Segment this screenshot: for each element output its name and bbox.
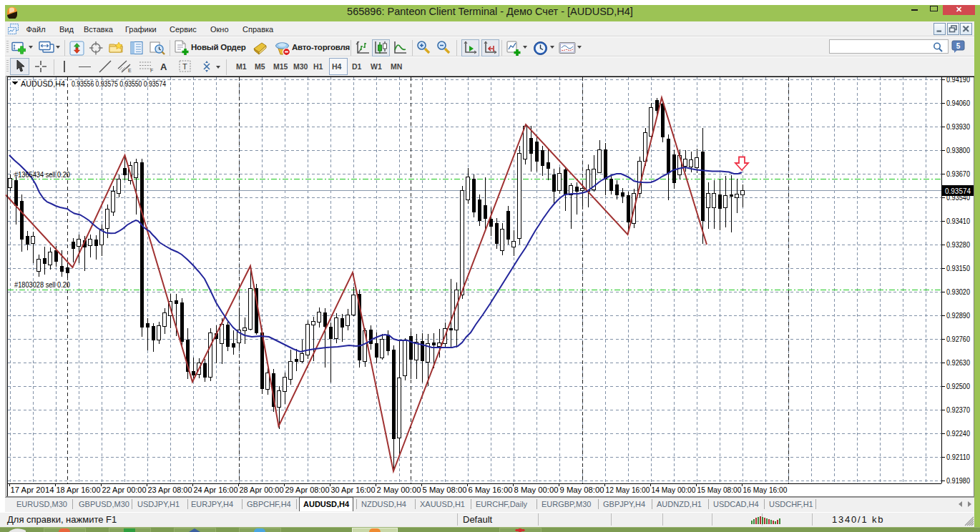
svg-text:0.93410: 0.93410 [946,217,970,225]
svg-text:0.92240: 0.92240 [946,429,970,438]
svg-text:12 May 16:00: 12 May 16:00 [606,486,650,494]
svg-text:0.92500: 0.92500 [946,382,970,390]
svg-text:0.93150: 0.93150 [946,264,970,272]
svg-text:28 Apr 00:00: 28 Apr 00:00 [240,486,284,494]
svg-text:17 Apr 2014: 17 Apr 2014 [11,486,54,494]
svg-text:0.94190: 0.94190 [946,76,970,84]
svg-text:15 May 08:00: 15 May 08:00 [697,486,742,494]
svg-text:16 May 16:00: 16 May 16:00 [743,486,788,494]
svg-text:T: T [182,62,187,71]
svg-text:5 May 08:00: 5 May 08:00 [423,486,467,494]
svg-text:9 May 08:00: 9 May 08:00 [560,486,604,494]
svg-text:AUDUSD,H4: AUDUSD,H4 [21,79,65,88]
svg-text:0.93556 0.93575 0.93550 0.9357: 0.93556 0.93575 0.93550 0.93574 [72,79,166,88]
svg-text:8 May 00:00: 8 May 00:00 [514,486,559,494]
svg-text:18 Apr 16:00: 18 Apr 16:00 [57,486,101,494]
svg-text:#1803028 sell 0.20: #1803028 sell 0.20 [14,280,70,289]
svg-text:0.93280: 0.93280 [946,240,970,249]
svg-text:0.92110: 0.92110 [946,453,970,461]
svg-text:0.93670: 0.93670 [946,169,970,178]
svg-text:0.93800: 0.93800 [946,146,970,154]
svg-text:0.93574: 0.93574 [945,187,971,195]
svg-text:E: E [128,68,132,73]
svg-text:14 May 00:00: 14 May 00:00 [652,486,696,494]
svg-text:0.93020: 0.93020 [946,287,970,296]
svg-text:F: F [150,68,153,73]
svg-text:30 Apr 16:00: 30 Apr 16:00 [331,486,376,494]
svg-text:29 Apr 08:00: 29 Apr 08:00 [285,486,330,494]
svg-text:0.94060: 0.94060 [946,99,970,107]
svg-text:0.92890: 0.92890 [946,311,970,320]
svg-text:0.92370: 0.92370 [946,405,970,414]
svg-text:5: 5 [956,42,961,50]
svg-text:23 Apr 08:00: 23 Apr 08:00 [148,486,192,494]
svg-text:0.93930: 0.93930 [946,122,970,131]
svg-text:2 May 00:00: 2 May 00:00 [377,486,421,494]
svg-text:#1365434 sell 0.20: #1365434 sell 0.20 [14,170,70,179]
svg-text:0.92630: 0.92630 [946,358,970,367]
svg-text:0.92760: 0.92760 [946,335,970,343]
svg-text:24 Apr 16:00: 24 Apr 16:00 [194,486,238,494]
svg-text:6 May 16:00: 6 May 16:00 [469,486,513,494]
svg-text:22 Apr 00:00: 22 Apr 00:00 [102,486,147,494]
svg-text:0.91980: 0.91980 [946,476,970,485]
